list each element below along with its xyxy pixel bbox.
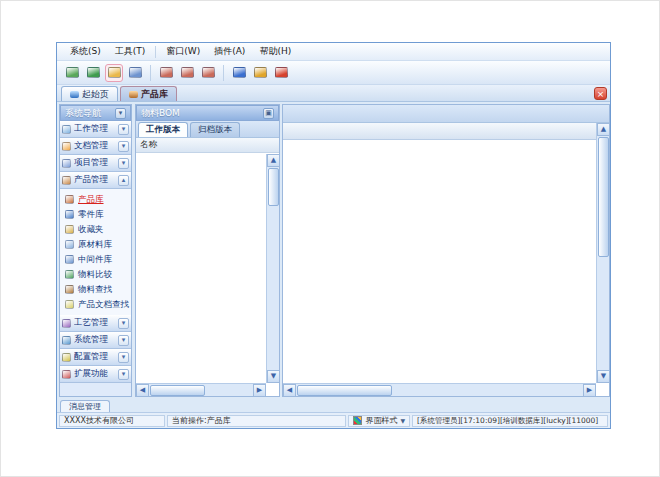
sidebar-item-label: 中间件库 bbox=[78, 254, 112, 266]
material-lib-icon bbox=[65, 240, 74, 249]
process-icon bbox=[62, 319, 71, 328]
monitor-icon[interactable] bbox=[63, 64, 81, 82]
lock-icon[interactable] bbox=[251, 64, 269, 82]
sidebar-menu-icon[interactable]: ▾ bbox=[115, 108, 126, 119]
scroll-right-icon[interactable]: ▶ bbox=[253, 384, 266, 397]
chevron-down-icon[interactable]: ▾ bbox=[118, 352, 129, 363]
panel-collapse-icon[interactable]: ▣ bbox=[263, 108, 274, 119]
grid-vertical-scrollbar[interactable]: ▲ ▼ bbox=[596, 123, 609, 383]
sidebar-group-工作管理[interactable]: 工作管理▾ bbox=[60, 121, 131, 138]
toolbar-separator bbox=[150, 65, 151, 81]
menu-bar: 系统(S)工具(T)窗口(W)插件(A)帮助(H) bbox=[57, 43, 610, 61]
sidebar-group-配置管理[interactable]: 配置管理▾ bbox=[60, 349, 131, 366]
bom-panel-title: 物料BOM bbox=[141, 107, 180, 120]
grid-horizontal-scrollbar[interactable]: ◀ ▶ bbox=[283, 383, 596, 396]
sidebar-group-文档管理[interactable]: 文档管理▾ bbox=[60, 138, 131, 155]
chevron-down-icon[interactable]: ▾ bbox=[118, 158, 129, 169]
window-new-icon[interactable] bbox=[157, 64, 175, 82]
sidebar-group-label: 系统管理 bbox=[74, 334, 118, 346]
scroll-down-icon[interactable]: ▼ bbox=[267, 370, 280, 383]
company-name: XXXX技术有限公司 bbox=[59, 415, 165, 427]
chevron-down-icon[interactable]: ▾ bbox=[118, 318, 129, 329]
sidebar-group-扩展功能[interactable]: 扩展功能▾ bbox=[60, 366, 131, 383]
menu-item-3[interactable]: 窗口(W) bbox=[159, 43, 207, 60]
power-icon[interactable] bbox=[272, 64, 290, 82]
sidebar-item-收藏夹[interactable]: 收藏夹 bbox=[60, 222, 131, 237]
tab-working-version[interactable]: 工作版本 bbox=[138, 122, 188, 137]
tab-product-library[interactable]: 产品库 bbox=[120, 86, 177, 101]
sidebar-item-产品库[interactable]: 产品库 bbox=[60, 192, 131, 207]
scroll-down-icon[interactable]: ▼ bbox=[597, 370, 610, 383]
chevron-up-icon[interactable]: ▴ bbox=[118, 175, 129, 186]
tab-label: 产品库 bbox=[141, 88, 168, 101]
menu-separator bbox=[155, 46, 156, 58]
close-icon[interactable]: × bbox=[594, 87, 607, 100]
compare-icon bbox=[65, 270, 74, 279]
chevron-down-icon[interactable]: ▾ bbox=[118, 124, 129, 135]
scroll-up-icon[interactable]: ▲ bbox=[597, 123, 610, 136]
toolbar bbox=[57, 61, 610, 85]
sidebar-item-原材料库[interactable]: 原材料库 bbox=[60, 237, 131, 252]
window-close-icon[interactable] bbox=[199, 64, 217, 82]
menu-item-4[interactable]: 插件(A) bbox=[207, 43, 252, 60]
sidebar-navigation: 系统导航 ▾ 工作管理▾文档管理▾项目管理▾产品管理▴产品库零件库收藏夹原材料库… bbox=[59, 104, 132, 397]
parts-grid bbox=[283, 123, 596, 383]
chevron-down-icon[interactable]: ▾ bbox=[118, 335, 129, 346]
scroll-up-icon[interactable]: ▲ bbox=[267, 154, 280, 167]
tab-label: 起始页 bbox=[82, 88, 109, 101]
sidebar-item-产品文档查找[interactable]: 产品文档查找 bbox=[60, 297, 131, 312]
config-icon bbox=[62, 353, 71, 362]
sidebar-item-中间件库[interactable]: 中间件库 bbox=[60, 252, 131, 267]
tab-archived-version[interactable]: 归档版本 bbox=[190, 122, 240, 137]
menu-item-2[interactable]: 工具(T) bbox=[108, 43, 153, 60]
sidebar-group-label: 项目管理 bbox=[74, 157, 118, 169]
search-material-icon bbox=[65, 285, 74, 294]
tree-body bbox=[136, 154, 266, 383]
system-icon bbox=[62, 336, 71, 345]
globe-icon[interactable] bbox=[84, 64, 102, 82]
window-refresh-icon[interactable] bbox=[178, 64, 196, 82]
sidebar-group-项目管理[interactable]: 项目管理▾ bbox=[60, 155, 131, 172]
product-library-icon bbox=[129, 91, 138, 98]
scroll-right-icon[interactable]: ▶ bbox=[583, 384, 596, 397]
document-tab-strip: 起始页产品库× bbox=[57, 85, 610, 102]
sidebar-group-label: 配置管理 bbox=[74, 351, 118, 363]
sidebar-group-工艺管理[interactable]: 工艺管理▾ bbox=[60, 315, 131, 332]
menu-item-1[interactable]: 系统(S) bbox=[63, 43, 108, 60]
menu-item-5[interactable]: 帮助(H) bbox=[252, 43, 298, 60]
part-lib-icon bbox=[65, 210, 74, 219]
sidebar-item-label: 原材料库 bbox=[78, 239, 112, 251]
sidebar-title: 系统导航 bbox=[65, 107, 101, 120]
app-window: 系统(S)工具(T)窗口(W)插件(A)帮助(H) 起始页产品库× 系统导航 ▾… bbox=[56, 42, 611, 429]
tree-tab-label: 工作版本 bbox=[146, 124, 180, 136]
sidebar-item-label: 收藏夹 bbox=[78, 224, 104, 236]
project-icon bbox=[62, 159, 71, 168]
work-icon bbox=[62, 125, 71, 134]
status-bar: XXXX技术有限公司 当前操作:产品库 界面样式 ▼ [系统管理员][17:10… bbox=[57, 412, 610, 428]
sidebar-group-label: 文档管理 bbox=[74, 140, 118, 152]
tree-vertical-scrollbar[interactable]: ▲ ▼ bbox=[266, 154, 279, 383]
sidebar-item-物料比较[interactable]: 物料比较 bbox=[60, 267, 131, 282]
tree-horizontal-scrollbar[interactable]: ◀ ▶ bbox=[136, 383, 266, 396]
sidebar-item-物料查找[interactable]: 物料查找 bbox=[60, 282, 131, 297]
sidebar-item-零件库[interactable]: 零件库 bbox=[60, 207, 131, 222]
tab-message-management[interactable]: 消息管理 bbox=[60, 400, 110, 412]
sp-extension-icon bbox=[62, 370, 71, 379]
message-tab-label: 消息管理 bbox=[69, 401, 101, 412]
sidebar-group-产品管理[interactable]: 产品管理▴ bbox=[60, 172, 131, 189]
scroll-left-icon[interactable]: ◀ bbox=[283, 384, 296, 397]
window-grid-icon[interactable] bbox=[126, 64, 144, 82]
scroll-left-icon[interactable]: ◀ bbox=[136, 384, 149, 397]
folder-icon[interactable] bbox=[105, 64, 123, 82]
chevron-down-icon: ▼ bbox=[400, 417, 405, 424]
sidebar-groups: 工作管理▾文档管理▾项目管理▾产品管理▴产品库零件库收藏夹原材料库中间件库物料比… bbox=[60, 121, 131, 383]
tab-start-page[interactable]: 起始页 bbox=[61, 86, 118, 101]
sidebar-item-label: 产品库 bbox=[78, 194, 104, 206]
chevron-down-icon[interactable]: ▾ bbox=[118, 369, 129, 380]
ui-style-dropdown[interactable]: 界面样式 ▼ bbox=[348, 415, 410, 427]
help-icon[interactable] bbox=[230, 64, 248, 82]
sidebar-group-items: 产品库零件库收藏夹原材料库中间件库物料比较物料查找产品文档查找 bbox=[60, 189, 131, 315]
chevron-down-icon[interactable]: ▾ bbox=[118, 141, 129, 152]
tree-column-header[interactable]: 名称 bbox=[136, 138, 279, 153]
sidebar-group-系统管理[interactable]: 系统管理▾ bbox=[60, 332, 131, 349]
